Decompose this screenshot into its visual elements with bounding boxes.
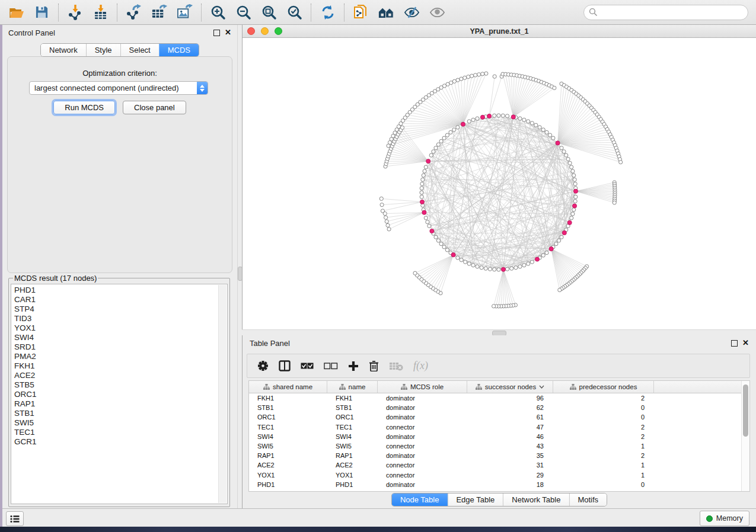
mcds-list-scrollbar[interactable] <box>218 285 227 503</box>
network-node[interactable] <box>476 265 479 268</box>
network-node[interactable] <box>518 117 522 120</box>
mcds-node[interactable] <box>487 114 492 118</box>
column-header-shared-name[interactable]: shared name <box>249 381 327 393</box>
network-node[interactable] <box>463 260 467 264</box>
mcds-node[interactable] <box>420 200 424 204</box>
network-node[interactable] <box>571 169 575 173</box>
network-node[interactable] <box>436 143 440 146</box>
tab-select[interactable]: Select <box>120 44 159 56</box>
refresh-layout-icon[interactable] <box>320 4 336 20</box>
export-network-icon[interactable] <box>126 4 142 20</box>
network-node[interactable] <box>518 265 522 268</box>
network-node[interactable] <box>384 216 388 219</box>
network-node[interactable] <box>383 211 387 215</box>
network-node[interactable] <box>530 121 534 125</box>
table-row[interactable]: STB1STB1dominator620 <box>249 403 749 412</box>
network-node[interactable] <box>467 75 470 79</box>
mcds-result-item[interactable]: STB1 <box>14 409 227 418</box>
mcds-node[interactable] <box>535 257 539 261</box>
network-node[interactable] <box>570 165 573 169</box>
mcds-result-item[interactable]: SWI5 <box>14 418 227 428</box>
mcds-result-item[interactable]: TID3 <box>14 314 227 323</box>
network-node[interactable] <box>442 136 446 140</box>
mcds-result-item[interactable]: ACE2 <box>14 371 227 380</box>
network-node[interactable] <box>456 126 460 129</box>
table-row[interactable]: PHD1PHD1dominator180 <box>249 480 749 489</box>
close-panel-icon[interactable]: ✕ <box>742 340 749 346</box>
network-node[interactable] <box>497 114 500 117</box>
search-input[interactable] <box>598 7 743 17</box>
open-file-icon[interactable] <box>8 4 24 20</box>
network-node[interactable] <box>572 208 576 211</box>
network-node[interactable] <box>439 242 443 246</box>
network-node[interactable] <box>613 201 616 204</box>
network-node[interactable] <box>460 258 463 262</box>
mcds-node[interactable] <box>573 189 578 193</box>
mcds-node[interactable] <box>572 204 576 208</box>
column-header-name[interactable]: name <box>327 381 378 393</box>
table-scrollbar[interactable] <box>741 381 749 491</box>
zoom-in-icon[interactable] <box>210 4 226 20</box>
duplicate-network-icon[interactable] <box>353 4 369 20</box>
network-node[interactable] <box>573 178 576 181</box>
network-node[interactable] <box>423 169 426 173</box>
network-node[interactable] <box>421 178 425 181</box>
table-row[interactable]: SWI4SWI4dominator462 <box>249 432 749 441</box>
mcds-result-item[interactable]: RAP1 <box>14 399 227 409</box>
network-node[interactable] <box>522 118 526 121</box>
mcds-node[interactable] <box>426 159 430 164</box>
column-header-predecessor-nodes[interactable]: predecessor nodes <box>553 381 654 393</box>
network-node[interactable] <box>492 305 496 308</box>
mcds-node[interactable] <box>511 115 515 119</box>
network-node[interactable] <box>445 133 449 137</box>
network-node[interactable] <box>572 174 576 177</box>
tab-mcds[interactable]: MCDS <box>159 44 199 56</box>
column-header-successor-nodes[interactable]: successor nodes <box>467 381 553 393</box>
network-node[interactable] <box>488 267 492 271</box>
table-scrollbar-thumb[interactable] <box>743 384 748 437</box>
network-node[interactable] <box>470 74 474 78</box>
tab-motifs[interactable]: Motifs <box>569 493 607 506</box>
hide-eye-slash-icon[interactable] <box>404 4 420 20</box>
network-node[interactable] <box>558 288 562 291</box>
export-table-icon[interactable] <box>151 4 167 20</box>
delete-icon[interactable] <box>369 360 379 371</box>
close-panel-button[interactable]: Close panel <box>123 101 186 114</box>
network-node[interactable] <box>424 165 428 169</box>
mcds-result-item[interactable]: FKH1 <box>14 361 227 371</box>
network-node[interactable] <box>400 126 404 129</box>
network-node[interactable] <box>471 118 475 121</box>
criterion-dropdown[interactable]: largest connected component (undirected) <box>29 81 208 95</box>
network-node[interactable] <box>545 130 548 134</box>
network-node[interactable] <box>534 123 538 127</box>
network-node[interactable] <box>445 248 449 252</box>
import-network-icon[interactable] <box>67 4 83 20</box>
mcds-result-list[interactable]: PHD1CAR1STP4TID3YOX1SWI4SRD1PMA2FKH1ACE2… <box>11 284 228 504</box>
mcds-node[interactable] <box>430 229 434 233</box>
select-all-icon[interactable] <box>301 363 314 370</box>
network-node[interactable] <box>514 266 518 270</box>
run-mcds-button[interactable]: Run MCDS <box>53 101 115 114</box>
network-node[interactable] <box>420 182 424 185</box>
mcds-result-item[interactable]: SRD1 <box>14 342 227 352</box>
network-node[interactable] <box>426 220 429 224</box>
network-node[interactable] <box>428 224 431 227</box>
mcds-result-item[interactable]: SWI4 <box>14 333 227 342</box>
network-node[interactable] <box>566 157 570 161</box>
show-eye-icon[interactable] <box>429 4 445 20</box>
network-node[interactable] <box>619 161 623 164</box>
columns-icon[interactable] <box>279 360 291 371</box>
network-node[interactable] <box>420 191 423 194</box>
network-node[interactable] <box>420 187 423 190</box>
network-node[interactable] <box>497 268 500 271</box>
table-row[interactable]: FKH1FKH1dominator962 <box>249 393 749 403</box>
export-image-icon[interactable] <box>177 4 193 20</box>
houses-icon[interactable] <box>378 4 394 20</box>
add-column-icon[interactable] <box>348 361 359 371</box>
network-node[interactable] <box>480 266 483 270</box>
tab-network-table[interactable]: Network Table <box>503 493 569 506</box>
network-node[interactable] <box>551 136 555 140</box>
tab-network[interactable]: Network <box>41 44 86 56</box>
network-node[interactable] <box>476 117 479 120</box>
network-node[interactable] <box>493 75 496 78</box>
